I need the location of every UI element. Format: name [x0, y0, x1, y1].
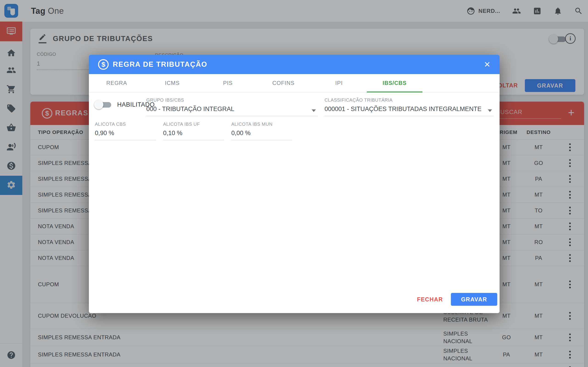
- money-icon: $: [98, 59, 109, 70]
- modal-title: REGRA DE TRIBUTAÇÃO: [113, 60, 208, 69]
- modal-gravar-button[interactable]: GRAVAR: [451, 293, 497, 306]
- close-icon[interactable]: ✕: [483, 60, 492, 69]
- grupo-ibs-cbs-select[interactable]: GRUPO IBS/CBS 000 - TRIBUTAÇÃO INTEGRAL: [146, 98, 318, 116]
- modal-footer: FECHAR GRAVAR: [89, 293, 500, 307]
- alicota-ibs-mun-input[interactable]: ALICOTA IBS MUN 0,00 %: [231, 122, 292, 140]
- tab-regra[interactable]: REGRA: [89, 74, 145, 92]
- modal-header: $ REGRA DE TRIBUTAÇÃO ✕: [89, 55, 500, 74]
- classificacao-tributaria-select[interactable]: CLASSIFICAÇÃO TRIBUTÁRIA 000001 - SITUAÇ…: [325, 98, 494, 116]
- fechar-button[interactable]: FECHAR: [410, 296, 450, 303]
- habilitado-toggle[interactable]: [94, 101, 112, 108]
- regra-tributacao-modal: $ REGRA DE TRIBUTAÇÃO ✕ REGRAICMSPISCOFI…: [89, 55, 500, 313]
- tab-ipi[interactable]: IPI: [311, 74, 367, 92]
- grupo-ibs-cbs-value: 000 - TRIBUTAÇÃO INTEGRAL: [146, 106, 318, 113]
- tab-cofins[interactable]: COFINS: [256, 74, 311, 92]
- alicota-cbs-input[interactable]: ALICOTA CBS 0,90 %: [95, 122, 156, 140]
- alicota-ibs-uf-input[interactable]: ALICOTA IBS UF 0,10 %: [163, 122, 224, 140]
- tab-icms[interactable]: ICMS: [145, 74, 200, 92]
- chevron-down-icon: [312, 109, 316, 112]
- tab-pis[interactable]: PIS: [200, 74, 256, 92]
- modal-tabs: REGRAICMSPISCOFINSIPIIBS/CBS: [89, 74, 500, 92]
- classificacao-tributaria-value: 000001 - SITUAÇÕES TRIBUTADAS INTEGRALME…: [325, 106, 483, 113]
- tab-ibs-cbs[interactable]: IBS/CBS: [367, 74, 422, 92]
- chevron-down-icon: [488, 109, 492, 112]
- modal-body: HABILITADO GRUPO IBS/CBS 000 - TRIBUTAÇÃ…: [89, 92, 500, 313]
- screen: Tag One NERD... GRUPO DE TRIBUTAÇÕES CÓD…: [0, 0, 588, 367]
